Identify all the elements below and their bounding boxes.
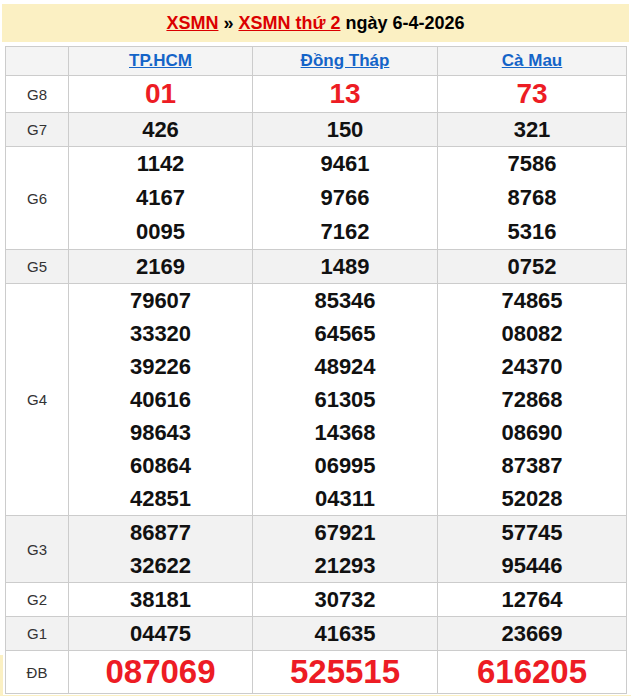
result-value: 95446 bbox=[438, 549, 626, 582]
result-value: 13 bbox=[253, 76, 437, 112]
prize-row-6: G3868773262267921212935774595446 bbox=[6, 516, 627, 583]
result-value: 32622 bbox=[69, 549, 252, 582]
result-value: 04475 bbox=[69, 617, 252, 650]
result-value: 87387 bbox=[438, 449, 626, 482]
result-value: 2169 bbox=[69, 250, 252, 283]
breadcrumb-link-xsmn[interactable]: XSMN bbox=[166, 13, 218, 34]
result-value: 087069 bbox=[69, 651, 252, 693]
result-value: 0752 bbox=[438, 250, 626, 283]
result-value: 39226 bbox=[69, 350, 252, 383]
province-link-dong-thap[interactable]: Đồng Tháp bbox=[301, 51, 390, 70]
result-value: 41635 bbox=[253, 617, 437, 650]
result-cell: 6792121293 bbox=[253, 516, 438, 583]
result-cell: 150 bbox=[253, 113, 438, 147]
result-value: 4167 bbox=[69, 181, 252, 215]
breadcrumb-link-xsmn-thu-2[interactable]: XSMN thứ 2 bbox=[238, 13, 340, 34]
page: XSMN»XSMN thứ 2ngày 6-4-2026 TP.HCM Đồng… bbox=[0, 4, 631, 696]
province-link-tphcm[interactable]: TP.HCM bbox=[129, 51, 192, 70]
result-cell: 946197667162 bbox=[253, 147, 438, 250]
prize-row-2: G7426150321 bbox=[6, 113, 627, 147]
result-cell: 12764 bbox=[438, 583, 627, 617]
result-cell: 087069 bbox=[69, 651, 253, 694]
result-cell: 114241670095 bbox=[69, 147, 253, 250]
result-cell: 5774595446 bbox=[438, 516, 627, 583]
title-date: ngày 6-4-2026 bbox=[341, 13, 465, 34]
result-value: 64565 bbox=[253, 317, 437, 350]
result-value: 48924 bbox=[253, 350, 437, 383]
result-cell: 8687732622 bbox=[69, 516, 253, 583]
result-value: 30732 bbox=[253, 583, 437, 616]
result-value: 01 bbox=[69, 76, 252, 112]
result-value: 150 bbox=[253, 113, 437, 146]
province-link-ca-mau[interactable]: Cà Mau bbox=[502, 51, 562, 70]
prize-label: G3 bbox=[6, 516, 69, 583]
result-value: 24370 bbox=[438, 350, 626, 383]
result-value: 08082 bbox=[438, 317, 626, 350]
result-value: 74865 bbox=[438, 284, 626, 317]
result-cell: 616205 bbox=[438, 651, 627, 694]
prize-row-5: G479607333203922640616986436086442851853… bbox=[6, 284, 627, 516]
result-cell: 426 bbox=[69, 113, 253, 147]
result-value: 08690 bbox=[438, 416, 626, 449]
result-cell: 01 bbox=[69, 76, 253, 113]
prize-label: G8 bbox=[6, 76, 69, 113]
result-cell: 758687685316 bbox=[438, 147, 627, 250]
result-value: 06995 bbox=[253, 449, 437, 482]
result-value: 7586 bbox=[438, 147, 626, 181]
result-value: 98643 bbox=[69, 416, 252, 449]
prize-label: G7 bbox=[6, 113, 69, 147]
result-value: 1142 bbox=[69, 147, 252, 181]
result-cell: 0752 bbox=[438, 250, 627, 284]
result-cell: 04475 bbox=[69, 617, 253, 651]
column-header-row: TP.HCM Đồng Tháp Cà Mau bbox=[6, 47, 627, 76]
result-cell: 1489 bbox=[253, 250, 438, 284]
result-cell: 73 bbox=[438, 76, 627, 113]
result-value: 0095 bbox=[69, 215, 252, 249]
prize-row-1: G8011373 bbox=[6, 76, 627, 113]
result-value: 86877 bbox=[69, 516, 252, 549]
result-value: 5316 bbox=[438, 215, 626, 249]
result-cell: 30732 bbox=[253, 583, 438, 617]
result-cell: 13 bbox=[253, 76, 438, 113]
result-cell: 85346645654892461305143680699504311 bbox=[253, 284, 438, 516]
result-value: 33320 bbox=[69, 317, 252, 350]
result-cell: 41635 bbox=[253, 617, 438, 651]
column-header-tphcm: TP.HCM bbox=[69, 47, 253, 76]
result-value: 79607 bbox=[69, 284, 252, 317]
prize-label: G5 bbox=[6, 250, 69, 284]
result-value: 1489 bbox=[253, 250, 437, 283]
result-value: 60864 bbox=[69, 449, 252, 482]
result-cell: 525515 bbox=[253, 651, 438, 694]
results-tbody: G8011373G7426150321G61142416700959461976… bbox=[6, 76, 627, 694]
result-value: 67921 bbox=[253, 516, 437, 549]
result-value: 23669 bbox=[438, 617, 626, 650]
result-cell: 79607333203922640616986436086442851 bbox=[69, 284, 253, 516]
result-cell: 2169 bbox=[69, 250, 253, 284]
corner-cell bbox=[6, 47, 69, 76]
column-header-ca-mau: Cà Mau bbox=[438, 47, 627, 76]
result-value: 73 bbox=[438, 76, 626, 112]
prize-label: G1 bbox=[6, 617, 69, 651]
result-cell: 38181 bbox=[69, 583, 253, 617]
result-value: 42851 bbox=[69, 482, 252, 515]
result-value: 426 bbox=[69, 113, 252, 146]
result-value: 321 bbox=[438, 113, 626, 146]
result-value: 12764 bbox=[438, 583, 626, 616]
breadcrumb-separator: » bbox=[218, 13, 238, 34]
result-value: 61305 bbox=[253, 383, 437, 416]
result-cell: 321 bbox=[438, 113, 627, 147]
result-value: 9461 bbox=[253, 147, 437, 181]
prize-label: G6 bbox=[6, 147, 69, 250]
result-value: 9766 bbox=[253, 181, 437, 215]
result-value: 14368 bbox=[253, 416, 437, 449]
prize-label: G4 bbox=[6, 284, 69, 516]
result-value: 40616 bbox=[69, 383, 252, 416]
result-value: 8768 bbox=[438, 181, 626, 215]
result-value: 72868 bbox=[438, 383, 626, 416]
result-value: 525515 bbox=[253, 651, 437, 693]
result-value: 57745 bbox=[438, 516, 626, 549]
result-value: 04311 bbox=[253, 482, 437, 515]
prize-label: ĐB bbox=[6, 651, 69, 694]
prize-row-8: G1044754163523669 bbox=[6, 617, 627, 651]
result-value: 38181 bbox=[69, 583, 252, 616]
